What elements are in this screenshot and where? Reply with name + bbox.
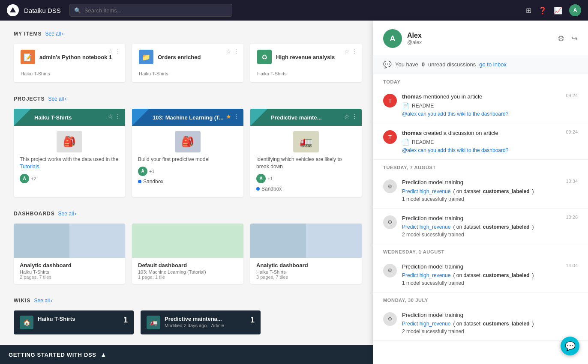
more-icon[interactable]: ⋮ xyxy=(115,113,121,120)
wikis-header: WIKIS See all › xyxy=(14,298,359,304)
search-icon: 🔍 xyxy=(74,7,81,14)
go-to-inbox-link[interactable]: go to inbox xyxy=(479,61,507,68)
notif-body: Prediction model training Predict high_r… xyxy=(402,179,561,202)
rp-name: Alex xyxy=(407,32,422,39)
article-icon: 📄 xyxy=(402,139,409,146)
project-image: 🚛 xyxy=(293,131,319,152)
topnav-right: ⊞ ❓ 📈 A xyxy=(526,4,581,16)
chat-bubble-button[interactable]: 💬 xyxy=(561,337,579,355)
chevron-up-icon: ▲ xyxy=(101,351,107,358)
right-panel: A Alex @alex ⚙ ↪ 💬 You have 0 unread dis… xyxy=(373,21,588,364)
projects-section: PROJECTS See all › Haiku T-Shirts ☆ ⋮ 🎒 … xyxy=(14,96,359,197)
wiki-info: Predictive maintena... Modified 2 days a… xyxy=(160,316,250,328)
project-desc: Build your first predictive model xyxy=(138,156,237,163)
unread-text-after: unread discussions xyxy=(428,61,476,68)
wikis-see-all[interactable]: See all › xyxy=(34,298,52,304)
predict-anchor[interactable]: Predict high_revenue xyxy=(402,272,450,278)
trending-icon[interactable]: 📈 xyxy=(554,6,562,15)
article-name: README xyxy=(412,139,434,145)
predict-link: Predict high_revenue ( on dataset custom… xyxy=(402,224,561,230)
project-body: 🎒 This project works with the data used … xyxy=(14,126,125,188)
predict-anchor[interactable]: Predict high_revenue xyxy=(402,321,450,327)
settings-icon[interactable]: ⚙ xyxy=(558,34,564,43)
chat-icon: 💬 xyxy=(383,60,392,69)
date-header-wednesday: WEDNESDAY, 1 AUGUST xyxy=(373,244,588,257)
project-card[interactable]: Haiku T-Shirts ☆ ⋮ 🎒 This project works … xyxy=(14,109,125,197)
sandbox-dot xyxy=(256,187,260,191)
more-icon[interactable]: ⋮ xyxy=(351,48,357,55)
search-input[interactable] xyxy=(84,7,228,14)
wiki-icon: 🚛 xyxy=(147,316,160,329)
project-avatars: A +2 xyxy=(20,174,119,183)
rp-handle: @alex xyxy=(407,39,422,45)
avatar: A xyxy=(138,167,147,176)
project-name: 103: Machine Learning (T... xyxy=(137,114,223,121)
grid-icon[interactable]: ⊞ xyxy=(526,6,531,15)
more-icon[interactable]: ⋮ xyxy=(233,113,239,120)
search-bar[interactable]: 🔍 xyxy=(69,4,232,17)
notification-item: T thomas created a discussion on article… xyxy=(373,123,588,160)
project-body: 🚛 Identifying which vehicles are likely … xyxy=(250,126,362,197)
getting-started-bar[interactable]: GETTING STARTED WITH DSS ▲ xyxy=(0,345,373,364)
predict-anchor[interactable]: Predict high_revenue xyxy=(402,188,450,194)
dashboard-name: Analytic dashboard xyxy=(20,262,119,269)
logout-icon[interactable]: ↪ xyxy=(571,34,578,43)
preview-left xyxy=(250,224,306,258)
dashboard-preview xyxy=(132,224,243,258)
preview-right xyxy=(306,224,362,258)
predict-anchor[interactable]: Predict high_revenue xyxy=(402,224,450,230)
project-image: 🎒 xyxy=(57,131,82,152)
dashboard-meta: 1 page, 1 tile xyxy=(138,274,237,280)
star-icon[interactable]: ☆ xyxy=(108,48,113,55)
project-header: Haiku T-Shirts ☆ ⋮ xyxy=(14,109,125,126)
dashboards-see-all[interactable]: See all › xyxy=(58,211,77,217)
my-items-see-all[interactable]: See all › xyxy=(45,31,63,37)
dashboard-meta: 3 pages, 7 tiles xyxy=(256,274,356,280)
item-name: High revenue analysis xyxy=(276,54,355,60)
star-icon[interactable]: ☆ xyxy=(344,48,350,55)
notif-icon: ⚙ xyxy=(383,179,397,193)
project-card[interactable]: 103: Machine Learning (T... ★ ⋮ 🎒 Build … xyxy=(132,109,243,197)
star-icon[interactable]: ☆ xyxy=(108,113,113,120)
project-header: 103: Machine Learning (T... ★ ⋮ xyxy=(132,109,243,126)
dashboard-name: Analytic dashboard xyxy=(256,262,356,269)
project-avatars: A +1 xyxy=(256,174,356,183)
predict-link: Predict high_revenue ( on dataset custom… xyxy=(402,272,561,278)
notif-icon: ⚙ xyxy=(383,312,397,326)
notif-title: thomas created a discussion on article xyxy=(402,129,561,137)
dashboard-preview xyxy=(14,224,125,258)
help-icon[interactable]: ❓ xyxy=(538,6,547,15)
dashboard-card[interactable]: Analytic dashboard Haiku T-Shirts 2 page… xyxy=(14,224,125,284)
wiki-count: 1 xyxy=(123,316,128,325)
more-icon[interactable]: ⋮ xyxy=(115,48,121,55)
app-logo[interactable] xyxy=(7,4,19,16)
preview-right xyxy=(69,224,125,258)
unread-text-before: You have xyxy=(395,61,418,68)
item-card[interactable]: 📝 admin's Python notebook 1 Haiku T-Shir… xyxy=(14,44,125,82)
dashboard-info: Analytic dashboard Haiku T-Shirts 3 page… xyxy=(250,258,362,284)
dashboard-card[interactable]: Default dashboard 103: Machine Learning … xyxy=(132,224,243,284)
dashboard-card[interactable]: Analytic dashboard Haiku T-Shirts 3 page… xyxy=(250,224,362,284)
more-icon[interactable]: ⋮ xyxy=(233,48,239,55)
project-corner xyxy=(14,109,31,126)
project-card[interactable]: Predictive mainte... ☆ ⋮ 🚛 Identifying w… xyxy=(250,109,362,197)
wiki-card[interactable]: 🏠 Haiku T-Shirts 1 xyxy=(14,310,134,334)
item-name: admin's Python notebook 1 xyxy=(39,54,118,60)
predict-result: 1 model sucessfully trained xyxy=(402,196,561,202)
item-project: Haiku T-Shirts xyxy=(21,71,50,76)
wiki-card[interactable]: 🚛 Predictive maintena... Modified 2 days… xyxy=(141,310,261,334)
predict-result: 2 model sucessfully trained xyxy=(402,232,561,238)
notif-avatar: T xyxy=(383,94,397,107)
more-icon[interactable]: ⋮ xyxy=(351,113,357,120)
dashboard-project: Haiku T-Shirts xyxy=(256,269,356,274)
item-card[interactable]: 📁 Orders enriched Haiku T-Shirts ☆ ⋮ xyxy=(132,44,243,82)
avatar: A xyxy=(256,174,266,183)
star-icon[interactable]: ☆ xyxy=(344,113,350,120)
user-avatar[interactable]: A xyxy=(569,4,581,16)
item-icon: ♻ xyxy=(257,50,272,64)
item-card[interactable]: ♻ High revenue analysis Haiku T-Shirts ☆… xyxy=(250,44,362,82)
projects-see-all[interactable]: See all › xyxy=(48,96,66,102)
star-icon[interactable]: ☆ xyxy=(226,48,231,55)
project-header: Predictive mainte... ☆ ⋮ xyxy=(250,109,362,126)
dashboards-header: DASHBOARDS See all › xyxy=(14,211,359,217)
